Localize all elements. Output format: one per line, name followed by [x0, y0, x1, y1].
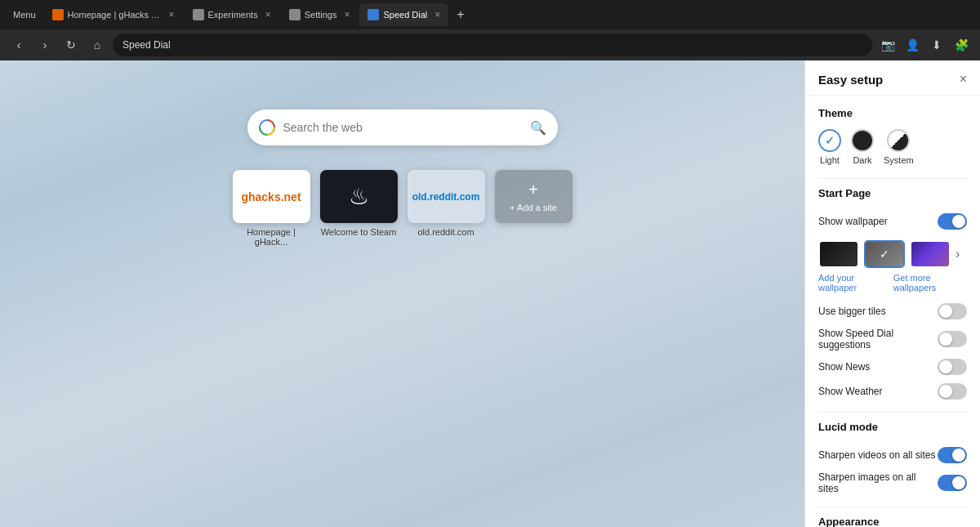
- tab-ghacks[interactable]: Homepage | gHacks Tech... ×: [44, 3, 183, 26]
- tab-experiments[interactable]: Experiments ×: [185, 3, 279, 26]
- sharpen-videos-label: Sharpen videos on all sites: [818, 449, 935, 461]
- sharpen-videos-toggle[interactable]: [938, 447, 967, 463]
- steam-logo-icon: ♨: [349, 183, 369, 210]
- show-wallpaper-label: Show wallpaper: [818, 216, 888, 227]
- show-weather-row: Show Weather: [818, 379, 967, 404]
- wallpaper-thumb-grey[interactable]: ✓: [864, 240, 905, 268]
- download-button[interactable]: ⬇: [926, 34, 947, 56]
- address-text: Speed Dial: [122, 39, 171, 51]
- theme-option-light[interactable]: ✓ Light: [818, 129, 841, 165]
- toolbar-right: 📷 👤 ⬇ 🧩: [877, 34, 972, 56]
- dial-thumb-add: + + Add a site: [495, 170, 572, 223]
- search-icon[interactable]: 🔍: [530, 120, 546, 136]
- extensions-button[interactable]: 🧩: [951, 34, 972, 56]
- ghacks-logo-text: ghacks.net: [241, 190, 301, 203]
- tab-close-settings[interactable]: ×: [344, 9, 350, 20]
- wallpaper-selected-check: ✓: [866, 242, 903, 266]
- tab-speeddial[interactable]: Speed Dial ×: [359, 3, 448, 26]
- lucid-divider: [818, 507, 967, 507]
- wallpaper-next-icon[interactable]: ›: [956, 247, 960, 261]
- theme-option-system[interactable]: System: [884, 129, 914, 165]
- reload-button[interactable]: ↻: [60, 34, 82, 56]
- start-page-section-title: Start Page: [818, 187, 967, 199]
- wallpaper-thumbs: ✓ ›: [818, 240, 967, 268]
- show-weather-toggle[interactable]: [938, 383, 967, 400]
- tab-label-settings: Settings: [305, 10, 337, 20]
- add-site-label: + Add a site: [510, 203, 557, 212]
- browser-chrome: Menu Homepage | gHacks Tech... × Experim…: [0, 0, 980, 60]
- use-bigger-tiles-toggle[interactable]: [938, 303, 967, 319]
- theme-label-system: System: [884, 155, 914, 165]
- panel-body: Theme ✓ Light Dark System: [805, 96, 980, 527]
- start-page-divider: [818, 412, 967, 413]
- search-box[interactable]: 🔍: [247, 109, 558, 145]
- user-button[interactable]: 👤: [902, 34, 923, 56]
- theme-options: ✓ Light Dark System: [818, 129, 967, 165]
- appearance-section-title: Appearance: [818, 516, 967, 527]
- show-wallpaper-toggle[interactable]: [938, 213, 967, 230]
- tab-close-ghacks[interactable]: ×: [169, 9, 175, 20]
- wallpaper-thumb-purple[interactable]: [910, 240, 951, 268]
- easy-setup-panel: Easy setup × Theme ✓ Light Dark: [804, 60, 980, 527]
- panel-close-button[interactable]: ×: [960, 72, 967, 87]
- tab-settings[interactable]: Settings ×: [281, 3, 359, 26]
- address-bar[interactable]: Speed Dial: [113, 33, 872, 56]
- dial-thumb-ghacks: ghacks.net: [233, 170, 310, 223]
- speed-dial: ghacks.net Homepage | gHack... ♨ Welcome…: [233, 170, 572, 247]
- new-tab-button[interactable]: +: [450, 4, 470, 25]
- dial-item-ghacks[interactable]: ghacks.net Homepage | gHack...: [233, 170, 310, 247]
- sharpen-videos-toggle-knob: [952, 449, 965, 462]
- panel-title: Easy setup: [818, 73, 883, 87]
- camera-button[interactable]: 📷: [877, 34, 898, 56]
- show-news-toggle[interactable]: [938, 359, 967, 375]
- show-weather-label: Show Weather: [818, 386, 883, 397]
- dial-label-ghacks: Homepage | gHack...: [233, 227, 310, 247]
- sharpen-images-label: Sharpen images on all sites: [818, 471, 938, 494]
- theme-label-dark: Dark: [853, 155, 871, 165]
- theme-option-dark[interactable]: Dark: [851, 129, 874, 165]
- dial-item-reddit[interactable]: old.reddit.com old.reddit.com: [408, 170, 485, 247]
- menu-button[interactable]: Menu: [7, 7, 42, 23]
- use-bigger-tiles-toggle-knob: [939, 305, 952, 318]
- wallpaper-links: Add your wallpaper Get more wallpapers: [818, 273, 967, 293]
- tab-label-experiments: Experiments: [208, 10, 258, 20]
- home-button[interactable]: ⌂: [87, 34, 108, 56]
- dial-thumb-reddit: old.reddit.com: [408, 170, 485, 223]
- show-speed-dial-suggestions-row: Show Speed Dial suggestions: [818, 324, 967, 355]
- tab-favicon-speeddial: [368, 9, 379, 20]
- appearance-section: Appearance Sidebar On: [818, 516, 967, 527]
- tab-favicon-experiments: [193, 9, 204, 20]
- use-bigger-tiles-label: Use bigger tiles: [818, 306, 886, 317]
- wallpaper-thumb-dark[interactable]: [818, 240, 859, 268]
- tab-label-speeddial: Speed Dial: [383, 10, 427, 20]
- wallpaper-dark-preview: [820, 242, 858, 266]
- toolbar: ‹ › ↻ ⌂ Speed Dial 📷 👤 ⬇ 🧩: [0, 29, 980, 60]
- theme-section-title: Theme: [818, 107, 967, 119]
- dial-item-steam[interactable]: ♨ Welcome to Steam: [320, 170, 398, 247]
- tab-favicon-ghacks: [52, 9, 64, 20]
- search-input[interactable]: [283, 121, 522, 134]
- show-speed-dial-suggestions-label: Show Speed Dial suggestions: [818, 328, 938, 351]
- add-wallpaper-link[interactable]: Add your wallpaper: [818, 273, 887, 293]
- lucid-mode-section: Lucid mode Sharpen videos on all sites S…: [818, 421, 967, 498]
- get-more-wallpapers-link[interactable]: Get more wallpapers: [893, 273, 967, 293]
- sharpen-videos-row: Sharpen videos on all sites: [818, 443, 967, 467]
- add-site-plus-icon: +: [528, 181, 538, 199]
- theme-circle-light: ✓: [818, 129, 841, 152]
- theme-label-light: Light: [820, 155, 840, 165]
- show-speed-dial-suggestions-toggle[interactable]: [938, 331, 967, 347]
- lucid-mode-section-title: Lucid mode: [818, 421, 967, 433]
- tab-close-speeddial[interactable]: ×: [434, 9, 440, 20]
- dial-label-reddit: old.reddit.com: [417, 227, 474, 237]
- show-wallpaper-toggle-knob: [952, 215, 965, 228]
- sharpen-images-toggle[interactable]: [938, 475, 967, 491]
- new-tab-page: 🔍 ghacks.net Homepage | gHack... ♨ Welco…: [0, 60, 804, 527]
- show-weather-toggle-knob: [939, 385, 952, 398]
- dial-item-add[interactable]: + + Add a site .: [495, 170, 572, 247]
- tab-close-experiments[interactable]: ×: [265, 9, 271, 20]
- tab-label-ghacks: Homepage | gHacks Tech...: [68, 10, 162, 20]
- reddit-logo-text: old.reddit.com: [412, 191, 480, 203]
- forward-button[interactable]: ›: [34, 34, 56, 56]
- theme-circle-system: [887, 129, 910, 152]
- back-button[interactable]: ‹: [8, 34, 29, 56]
